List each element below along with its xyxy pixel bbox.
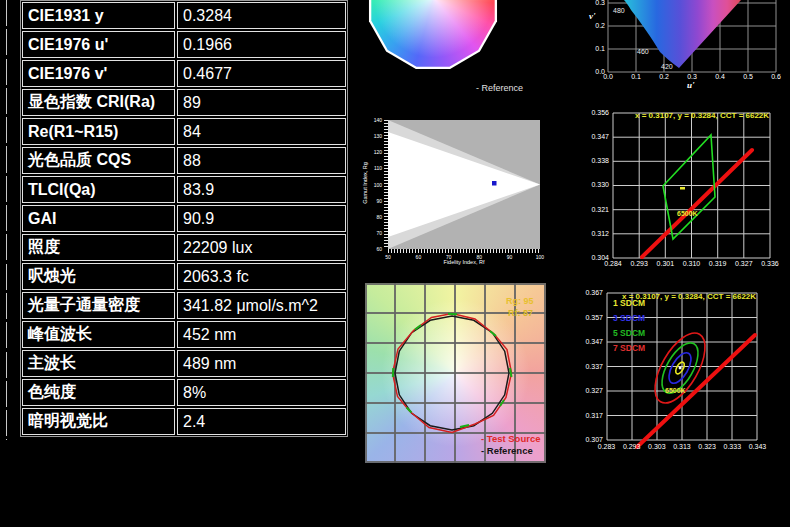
tick-label: 0.3 — [678, 73, 706, 80]
tick-label: 0.1 — [622, 73, 650, 80]
tick-label: 0.317 — [585, 412, 603, 420]
tick-label: 0.2 — [650, 73, 678, 80]
color-vector-panel[interactable]: Rg: 95 Rf: 87 - Test Source - Reference — [365, 283, 546, 463]
table-row: CIE1976 u' 0.1966 — [22, 31, 346, 58]
rf-value: Rf: 87 — [508, 308, 533, 318]
sdcm-legend-7: 7 SDCM — [613, 343, 645, 353]
table-row: 暗明视觉比 2.4 — [22, 408, 346, 435]
rfrg-x-axis-title: Fidelity Index, Rf — [388, 259, 540, 265]
xy-header: x = 0.3107, y = 0.3284, CCT = 6622K — [635, 111, 769, 120]
tick-label: 0.283 — [594, 443, 619, 450]
tick-label: 0.356 — [591, 109, 609, 117]
spectrometer-screen: CIE1931 y 0.3284 CIE1976 u' 0.1966 CIE19… — [0, 0, 790, 527]
wavelength-420-label: 420 — [661, 63, 673, 70]
tick-label: 100 — [374, 182, 382, 188]
uv-spectral-horseshoe — [624, 0, 741, 68]
reference-gamut-blob-fill — [367, 0, 500, 72]
tick-label: 0.327 — [731, 260, 757, 267]
rf-rg-plot — [388, 120, 540, 249]
rfrg-y-tick-labels: 14013012011010090807060 — [369, 117, 382, 252]
tick-label: 120 — [374, 149, 382, 155]
rfrg-y-tickmarks — [384, 120, 388, 249]
row-label: 主波长 — [22, 350, 175, 377]
wavelength-480-label: 480 — [613, 7, 625, 14]
sdcm-legend-1: 1 SDCM — [613, 298, 645, 308]
table-row: 主波长 489 nm — [22, 350, 346, 377]
reference-legend-vector: - Reference — [481, 445, 533, 456]
table-row: Re(R1~R15) 84 — [22, 118, 346, 145]
uv-x-axis-title: u' — [687, 80, 695, 90]
tick-label: 0.330 — [591, 181, 609, 189]
rf-rg-chart-panel[interactable]: 14013012011010090807060 5060708090100 Ga… — [345, 108, 550, 268]
cie1976-uv-panel[interactable]: v' u' 0.30.20.10.0 0.00.10.20.30.40.50.6… — [595, 0, 790, 92]
row-label: CIE1931 y — [22, 2, 175, 29]
sdcm-center-marker — [679, 367, 682, 370]
row-label: CIE1976 v' — [22, 60, 175, 87]
row-label: 显色指数 CRI(Ra) — [22, 89, 175, 116]
table-row: 光色品质 CQS 88 — [22, 147, 346, 174]
xy-x-tick-labels: 0.2840.2930.3010.3100.3190.3270.336 — [600, 260, 783, 267]
cie1931-xy-panel[interactable]: x = 0.3107, y = 0.3284, CCT = 6622K 6500… — [577, 100, 790, 272]
row-value: 489 nm — [177, 350, 346, 377]
tick-label: 0.1 — [595, 45, 605, 53]
tick-label: 0.284 — [600, 260, 626, 267]
tick-label: 140 — [374, 117, 382, 123]
tick-label: 0.327 — [585, 387, 603, 395]
row-value: 90.9 — [177, 205, 346, 232]
row-label: 光量子通量密度 — [22, 292, 175, 319]
row-value: 452 nm — [177, 321, 346, 348]
row-label: CIE1976 u' — [22, 31, 175, 58]
tick-label: 0.319 — [705, 260, 731, 267]
tick-label: 0.321 — [591, 206, 609, 214]
tick-label: 0.4 — [706, 73, 734, 80]
tick-label: 0.336 — [757, 260, 783, 267]
sdcm-panel[interactable]: x = 0.3107, y = 0.3284, CCT = 6622K 1 SD… — [577, 283, 790, 460]
tick-label: 0.367 — [585, 289, 603, 297]
row-label: 峰值波长 — [22, 321, 175, 348]
rfrg-measurement-point — [492, 181, 497, 186]
tick-label: 0.293 — [626, 260, 652, 267]
row-label: 呎烛光 — [22, 263, 175, 290]
tick-label: 0.323 — [695, 443, 720, 450]
planckian-locus-line — [642, 150, 752, 257]
row-value: 22209 lux — [177, 234, 346, 261]
table-row: 色纯度 8% — [22, 379, 346, 406]
row-value: 0.4677 — [177, 60, 346, 87]
xy-grid — [613, 113, 770, 258]
sdcm-plot — [577, 283, 790, 460]
row-value: 0.1966 — [177, 31, 346, 58]
row-label: Re(R1~R15) — [22, 118, 175, 145]
table-row: CIE1931 y 0.3284 — [22, 2, 346, 29]
tick-label: 0.312 — [591, 230, 609, 238]
table-row: 呎烛光 2063.3 fc — [22, 263, 346, 290]
rfrg-x-tickmarks — [388, 249, 540, 253]
rfrg-y-axis-title: Gamut Index, Rg — [362, 145, 368, 221]
tick-label: 0.310 — [678, 260, 704, 267]
tick-label: 0.343 — [745, 443, 770, 450]
tick-label: 0.6 — [762, 73, 790, 80]
table-row: 光量子通量密度 341.82 μmol/s.m^2 — [22, 292, 346, 319]
tick-label: 0.347 — [591, 133, 609, 141]
sdcm-x-tick-labels: 0.2830.2930.3030.3130.3230.3330.343 — [594, 443, 770, 450]
tick-label: 110 — [374, 165, 382, 171]
tick-label: 80 — [376, 214, 382, 220]
row-value: 341.82 μmol/s.m^2 — [177, 292, 346, 319]
tick-label: 0.338 — [591, 157, 609, 165]
tick-label: 0.337 — [585, 363, 603, 371]
tick-label: 60 — [376, 246, 382, 252]
row-value: 2063.3 fc — [177, 263, 346, 290]
table-row: 显色指数 CRI(Ra) 89 — [22, 89, 346, 116]
row-label: GAI — [22, 205, 175, 232]
row-label: 照度 — [22, 234, 175, 261]
sdcm-y-tick-labels: 0.3670.3570.3470.3370.3270.3170.307 — [577, 289, 603, 444]
row-value: 0.3284 — [177, 2, 346, 29]
tick-label: 0.313 — [669, 443, 694, 450]
wavelength-460-label: 460 — [637, 48, 649, 55]
row-value: 2.4 — [177, 408, 346, 435]
tick-label: 0.5 — [734, 73, 762, 80]
tick-label: 0.301 — [652, 260, 678, 267]
row-value: 89 — [177, 89, 346, 116]
reference-gamut-blob-panel[interactable] — [364, 0, 502, 74]
tick-label: 130 — [374, 133, 382, 139]
tick-label: 0.357 — [585, 314, 603, 322]
